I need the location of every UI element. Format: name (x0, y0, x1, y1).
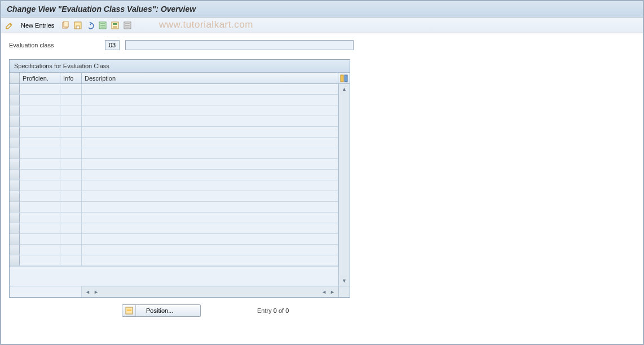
column-header-proficien[interactable]: Proficien. (20, 73, 60, 83)
cell-description[interactable] (82, 202, 338, 212)
cell-proficien[interactable] (20, 191, 60, 201)
cell-description[interactable] (82, 170, 338, 180)
horizontal-scrollbar[interactable]: ◄ ► ◄ ► (82, 286, 338, 297)
select-all-icon[interactable] (98, 20, 108, 30)
cell-info[interactable] (60, 180, 82, 191)
cell-description[interactable] (82, 95, 338, 105)
cell-info[interactable] (60, 255, 82, 266)
table-config-icon[interactable] (338, 73, 350, 83)
cell-proficien[interactable] (20, 213, 60, 223)
cell-proficien[interactable] (20, 245, 60, 255)
row-selector[interactable] (10, 127, 20, 137)
cell-info[interactable] (60, 127, 82, 137)
table-row (10, 255, 338, 266)
evaluation-class-code-input[interactable] (105, 40, 120, 50)
cell-info[interactable] (60, 116, 82, 126)
cell-info[interactable] (60, 245, 82, 255)
table-row (10, 191, 338, 202)
row-selector[interactable] (10, 213, 20, 223)
cell-info[interactable] (60, 84, 82, 94)
row-selector[interactable] (10, 245, 20, 255)
toolbar: New Entries www.tutorialkart.com (1, 17, 643, 33)
row-selector[interactable] (10, 159, 20, 169)
cell-info[interactable] (60, 138, 82, 148)
evaluation-class-desc-input[interactable] (125, 40, 354, 50)
row-selector[interactable] (10, 202, 20, 212)
cell-description[interactable] (82, 245, 338, 255)
cell-info[interactable] (60, 105, 82, 116)
cell-description[interactable] (82, 105, 338, 116)
cell-proficien[interactable] (20, 170, 60, 180)
row-selector[interactable] (10, 255, 20, 266)
cell-description[interactable] (82, 180, 338, 191)
row-selector[interactable] (10, 84, 20, 94)
scroll-right-end-icon[interactable]: ► (329, 289, 336, 295)
select-all-rows-handle[interactable] (10, 73, 20, 83)
vertical-scrollbar[interactable]: ▲ ▼ (338, 84, 350, 286)
scroll-down-icon[interactable]: ▼ (340, 277, 349, 285)
cell-proficien[interactable] (20, 138, 60, 148)
row-selector[interactable] (10, 234, 20, 244)
row-selector[interactable] (10, 105, 20, 116)
cell-description[interactable] (82, 213, 338, 223)
cell-info[interactable] (60, 148, 82, 158)
toggle-edit-icon[interactable] (5, 20, 15, 30)
new-entries-button[interactable]: New Entries (17, 20, 58, 30)
cell-info[interactable] (60, 159, 82, 169)
cell-description[interactable] (82, 234, 338, 244)
table-row (10, 84, 338, 95)
row-selector[interactable] (10, 138, 20, 148)
cell-description[interactable] (82, 148, 338, 158)
row-selector[interactable] (10, 223, 20, 233)
cell-info[interactable] (60, 191, 82, 201)
cell-description[interactable] (82, 116, 338, 126)
cell-proficien[interactable] (20, 148, 60, 158)
row-selector[interactable] (10, 191, 20, 201)
scroll-up-icon[interactable]: ▲ (340, 85, 349, 93)
cell-proficien[interactable] (20, 116, 60, 126)
select-block-icon[interactable] (110, 20, 120, 30)
cell-info[interactable] (60, 202, 82, 212)
column-header-description[interactable]: Description (82, 73, 338, 83)
cell-proficien[interactable] (20, 202, 60, 212)
row-selector[interactable] (10, 148, 20, 158)
undo-icon[interactable] (85, 20, 95, 30)
cell-proficien[interactable] (20, 84, 60, 94)
spec-table-title: Specifications for Evaluation Class (10, 60, 350, 73)
cell-proficien[interactable] (20, 255, 60, 266)
cell-info[interactable] (60, 223, 82, 233)
page-title-text: Change View "Evaluation Class Values": O… (7, 5, 196, 14)
cell-proficien[interactable] (20, 95, 60, 105)
scroll-left-icon[interactable]: ► (92, 289, 100, 295)
scroll-left-start-icon[interactable]: ◄ (84, 289, 91, 295)
cell-proficien[interactable] (20, 127, 60, 137)
cell-description[interactable] (82, 223, 338, 233)
column-header-info[interactable]: Info (60, 73, 82, 83)
row-selector[interactable] (10, 95, 20, 105)
cell-description[interactable] (82, 84, 338, 94)
row-selector[interactable] (10, 180, 20, 191)
cell-info[interactable] (60, 234, 82, 244)
copy-icon[interactable] (60, 20, 70, 30)
deselect-all-icon[interactable] (122, 20, 133, 30)
cell-proficien[interactable] (20, 234, 60, 244)
cell-info[interactable] (60, 170, 82, 180)
position-button[interactable]: Position... (122, 304, 201, 317)
save-variant-icon[interactable] (73, 20, 83, 30)
cell-info[interactable] (60, 213, 82, 223)
cell-proficien[interactable] (20, 105, 60, 116)
cell-description[interactable] (82, 159, 338, 169)
cell-info[interactable] (60, 95, 82, 105)
scroll-right-icon[interactable]: ◄ (320, 289, 328, 295)
cell-description[interactable] (82, 255, 338, 266)
main-window: Change View "Evaluation Class Values": O… (0, 0, 644, 345)
row-selector[interactable] (10, 116, 20, 126)
evaluation-class-label: Evaluation class (9, 42, 99, 48)
cell-proficien[interactable] (20, 159, 60, 169)
cell-proficien[interactable] (20, 180, 60, 191)
cell-description[interactable] (82, 127, 338, 137)
cell-description[interactable] (82, 191, 338, 201)
cell-description[interactable] (82, 138, 338, 148)
cell-proficien[interactable] (20, 223, 60, 233)
row-selector[interactable] (10, 170, 20, 180)
